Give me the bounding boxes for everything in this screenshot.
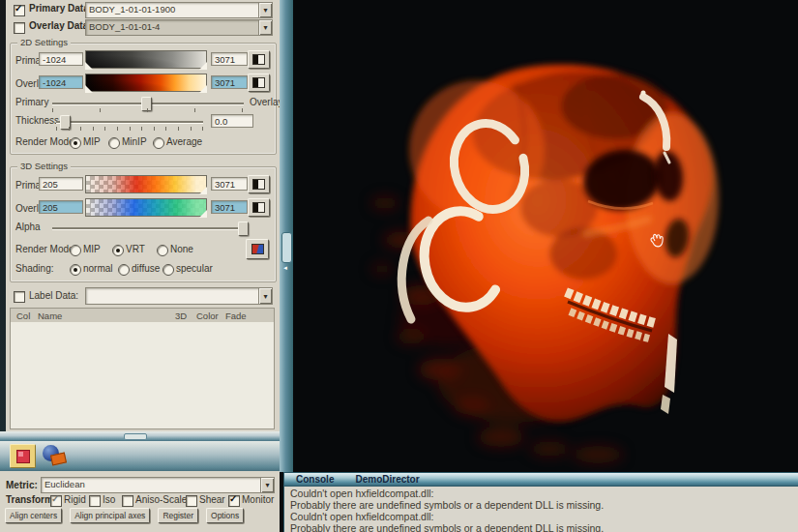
alpha-slider[interactable] <box>52 227 246 230</box>
collapse-arrow-icon[interactable]: ◄ <box>282 265 288 271</box>
2d-render-minip-label: MinIP <box>122 136 147 147</box>
2d-primary-max-field[interactable] <box>211 52 248 66</box>
thickness-slider-ticks <box>56 127 203 131</box>
align-centers-button[interactable]: Align centers <box>5 508 62 523</box>
shading-normal-label: normal <box>83 263 113 274</box>
shading-diffuse-radio[interactable] <box>118 264 130 276</box>
2d-primary-min-field[interactable] <box>39 52 83 66</box>
3d-render-vrt-radio[interactable] <box>112 245 124 256</box>
horizontal-splitter[interactable] <box>0 431 280 441</box>
3d-render-none-radio[interactable] <box>157 245 168 256</box>
3d-overlay-min-field[interactable] <box>39 200 83 214</box>
3d-primary-colormap-button[interactable] <box>248 175 270 193</box>
2d-primary-colormap-button[interactable] <box>248 50 270 69</box>
console-message: Probably there are undefined symbols or … <box>290 522 798 532</box>
alpha-slider-thumb[interactable] <box>238 222 249 236</box>
transform-aniso-label: Aniso-Scale <box>135 494 187 505</box>
cool-colormap-overlay <box>86 199 206 216</box>
skull-volume-render <box>293 0 798 472</box>
3d-primary-max-field[interactable] <box>211 177 248 191</box>
3d-colormap-editor-button[interactable] <box>246 239 269 259</box>
splitter-handle[interactable] <box>124 433 147 440</box>
3d-primary-colormap-ramp[interactable] <box>85 175 207 193</box>
ramp-handle-left[interactable] <box>85 62 93 70</box>
3d-render-vrt-label: VRT <box>126 244 145 254</box>
blend-slider[interactable] <box>52 103 244 105</box>
console-titlebar[interactable]: Console DemoDirector <box>284 472 798 487</box>
blend-left-label: Primary <box>15 97 48 107</box>
transform-shear-checkbox[interactable] <box>186 495 197 507</box>
transform-label: Transform: <box>6 494 56 505</box>
register-button[interactable]: Register <box>158 508 198 523</box>
2d-overlay-min-field[interactable] <box>39 75 83 89</box>
primary-data-checkbox[interactable] <box>14 5 25 16</box>
ramp-handle-right[interactable] <box>199 85 207 93</box>
3d-overlay-max-field[interactable] <box>211 200 248 214</box>
thickness-slider[interactable] <box>56 121 203 124</box>
console-panel: Console DemoDirector Couldn't open hxfie… <box>283 472 798 532</box>
2d-overlay-colormap-ramp[interactable] <box>85 74 207 92</box>
2d-primary-colormap-ramp[interactable] <box>85 50 207 69</box>
dropdown-arrow-icon[interactable]: ▾ <box>258 288 272 304</box>
register-module-button[interactable] <box>41 444 70 467</box>
column-fade[interactable]: Fade <box>225 310 247 321</box>
registration-toolbar <box>0 441 280 471</box>
2d-overlay-max-field[interactable] <box>211 75 248 89</box>
shading-specular-radio[interactable] <box>163 264 174 276</box>
console-message: Couldn't open hxfieldcompat.dll: <box>290 488 798 499</box>
3d-render-mip-radio[interactable] <box>70 245 81 256</box>
3d-viewport[interactable] <box>293 0 798 472</box>
dropdown-arrow-icon[interactable]: ▾ <box>258 20 272 35</box>
tab-demodirector[interactable]: DemoDirector <box>355 474 419 485</box>
align-principal-axes-button[interactable]: Align principal axes <box>70 508 150 523</box>
thickness-label: Thickness <box>15 115 59 126</box>
transform-rigid-checkbox[interactable] <box>50 495 62 507</box>
2d-render-minip-radio[interactable] <box>108 137 120 149</box>
label-data-checkbox[interactable] <box>14 291 25 303</box>
alpha-label: Alpha <box>15 222 41 232</box>
metric-label: Metric: <box>6 480 38 490</box>
overlay-data-checkbox[interactable] <box>14 22 25 34</box>
3d-settings-title: 3D Settings <box>17 161 71 171</box>
3d-overlay-colormap-ramp[interactable] <box>85 198 207 217</box>
primary-data-label: Primary Data: <box>29 3 92 14</box>
3d-overlay-colormap-button[interactable] <box>248 198 270 217</box>
2d-overlay-colormap-button[interactable] <box>248 74 270 92</box>
column-color[interactable]: Color <box>196 310 219 321</box>
splitter-handle[interactable] <box>281 232 292 263</box>
console-message: Couldn't open hxfieldcompat.dll: <box>290 511 798 522</box>
dropdown-arrow-icon[interactable]: ▾ <box>258 3 272 17</box>
orange-box-icon <box>50 453 67 466</box>
data-module-button[interactable] <box>10 444 36 468</box>
console-log[interactable]: Couldn't open hxfieldcompat.dll: Probabl… <box>284 487 798 532</box>
vertical-splitter[interactable]: ◄ <box>280 0 293 472</box>
shading-diffuse-label: diffuse <box>132 263 160 274</box>
2d-render-mip-radio[interactable] <box>70 137 81 149</box>
table-body-empty[interactable] <box>10 322 275 429</box>
ramp-handle-right[interactable] <box>199 62 207 70</box>
options-button[interactable]: Options <box>206 508 244 523</box>
2d-render-average-radio[interactable] <box>153 137 164 149</box>
tab-console[interactable]: Console <box>296 474 334 485</box>
ramp-handle-right[interactable] <box>199 187 207 194</box>
dropdown-arrow-icon[interactable]: ▾ <box>260 478 274 492</box>
transform-monitor-checkbox[interactable] <box>228 495 240 507</box>
ramp-handle-right[interactable] <box>199 210 207 218</box>
column-col[interactable]: Col <box>16 310 30 321</box>
ramp-handle-left[interactable] <box>85 85 93 93</box>
viewer-settings-panel: Primary Data: BODY_1-01-01-1900 ▾ Overla… <box>6 0 280 431</box>
transform-monitor-label: Monitor <box>242 494 274 505</box>
transform-aniso-checkbox[interactable] <box>122 495 133 507</box>
label-data-combobox[interactable]: ▾ <box>85 287 273 305</box>
column-3d[interactable]: 3D <box>175 310 187 321</box>
registration-buttons-row: Align centers Align principal axes Regis… <box>5 508 244 523</box>
column-name[interactable]: Name <box>38 310 62 321</box>
colormap-icon <box>252 179 265 190</box>
thickness-value-field[interactable] <box>211 114 253 128</box>
shading-normal-radio[interactable] <box>70 264 81 276</box>
primary-data-combobox[interactable]: BODY_1-01-01-1900 ▾ <box>85 2 273 18</box>
overlay-data-combobox[interactable]: BODY_1-01-01-4 ▾ <box>85 19 273 36</box>
metric-combobox[interactable]: Euclidean ▾ <box>41 477 275 493</box>
3d-primary-min-field[interactable] <box>39 177 83 191</box>
transform-iso-checkbox[interactable] <box>89 495 101 507</box>
